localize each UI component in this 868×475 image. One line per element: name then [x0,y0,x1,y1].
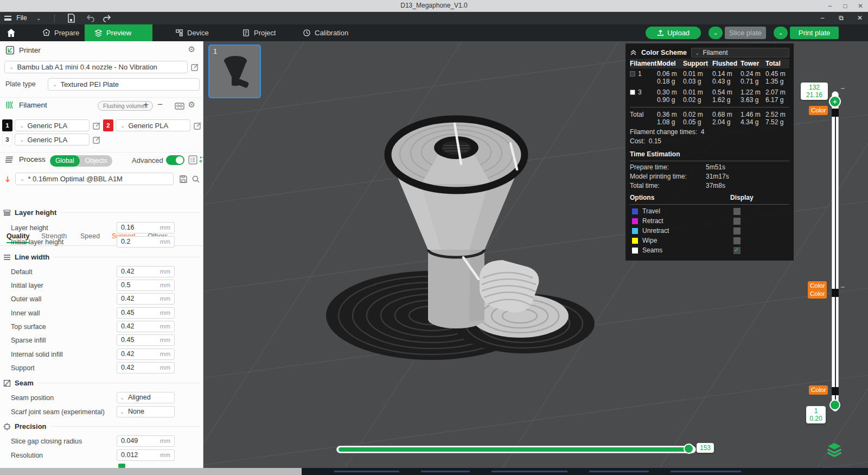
slice-gap-closing-input[interactable]: 0.049mm [117,435,175,447]
unretract-display-checkbox[interactable] [733,227,741,235]
layer-height-input[interactable]: 0.16mm [117,222,175,233]
add-color-change-button[interactable]: + [829,96,841,107]
layer-slider-bottom-handle[interactable] [829,400,840,410]
color-change-badge[interactable]: Color [809,106,828,115]
undo-button[interactable] [86,14,95,23]
filament-3-edit-icon[interactable] [93,136,101,144]
model-printing-time: Model printing time:31m17s [630,172,789,181]
filament-1-select[interactable]: ⌄ Generic PLA [15,119,90,131]
line-width-support-input[interactable]: 0.42mm [117,362,175,373]
os-close-button[interactable]: ✕ [853,0,868,12]
save-preset-icon[interactable] [179,175,188,183]
option-seams: Seams [630,245,789,255]
print-plate-button[interactable]: Print plate [790,27,839,39]
chevron-down-icon: ⌄ [53,81,57,87]
ams-icon[interactable] [175,102,184,110]
filament-1-edit-icon[interactable] [93,122,101,130]
redo-button[interactable] [102,14,112,23]
seam-position-select[interactable]: ⌄Aligned [117,392,175,403]
printer-section-header: Printer [5,46,41,55]
os-maximize-button[interactable]: □ [838,0,853,12]
tab-calibration[interactable]: Calibration [293,24,358,41]
collapse-panel-icon[interactable] [630,49,637,56]
scarf-joint-seam-select[interactable]: ⌄None [117,406,175,417]
line-width-outer-wall-input[interactable]: 0.42mm [117,293,175,305]
filament-1-swatch[interactable]: 1 [2,119,12,131]
line-width-initial-input[interactable]: 0.5mm [117,280,175,291]
initial-layer-height-input[interactable]: 0.2mm [117,236,175,248]
tab-device-label: Device [187,29,209,37]
slice-dropdown-button[interactable]: ⌄ [709,27,723,39]
line-width-sparse-infill-input[interactable]: 0.45mm [117,334,175,346]
seams-display-checkbox[interactable] [733,247,741,254]
wipe-display-checkbox[interactable] [733,237,741,244]
advanced-toggle[interactable] [166,155,184,165]
color-change-badge-double[interactable]: ColorColor [808,281,827,299]
filament-3-color-swatch [630,90,635,95]
stats-row-filament-3: 3 0.30 m0.90 g 0.01 m0.02 g 0.54 m1.62 g… [630,87,789,105]
param-label: Top surface [11,323,46,331]
home-button[interactable] [0,24,22,41]
printer-settings-gear-icon[interactable]: ⚙ [188,45,195,54]
app-minimize-button[interactable]: – [814,12,831,24]
scope-global-segment[interactable]: Global [50,155,80,167]
color-scheme-select[interactable]: ⌄ Filament [691,48,789,58]
add-filament-button[interactable]: + [143,99,149,110]
tab-project[interactable]: Project [232,24,285,41]
search-icon[interactable] [192,175,200,183]
flushing-volumes-label: Flushing volumes [103,103,148,109]
view-list-icon[interactable] [188,155,197,164]
filament-settings-gear-icon[interactable]: ⚙ [188,100,195,110]
tab-preview-label: Preview [106,29,131,37]
plate-thumbnail[interactable]: 1 [208,45,261,98]
layers-view-button[interactable] [826,442,843,458]
retract-display-checkbox[interactable] [733,218,741,225]
options-display-header: OptionsDisplay [630,193,789,202]
main-menu-button[interactable]: File ⌄ [4,12,41,24]
hamburger-icon [4,16,11,21]
filament-2-swatch[interactable]: 2 [103,119,113,131]
process-scope-toggle[interactable]: Global Objects [50,155,112,167]
plate-type-select[interactable]: ⌄ Textured PEI Plate [48,78,200,91]
line-width-default-input[interactable]: 0.42mm [117,266,175,277]
filament-3-value: Generic PLA [27,136,67,144]
travel-display-checkbox[interactable] [733,208,741,215]
tab-speed[interactable]: Speed [80,232,100,240]
line-width-top-surface-input[interactable]: 0.42mm [117,321,175,332]
remove-filament-button[interactable]: − [157,99,163,110]
line-width-inner-wall-input[interactable]: 0.45mm [117,307,175,319]
color-change-marker[interactable] [832,387,839,395]
resolution-input[interactable]: 0.012mm [117,449,175,461]
color-change-badge-low[interactable]: Color [809,385,828,395]
process-preset-select[interactable]: ⌄ * 0.16mm Optimal @BBL A1M [15,173,174,185]
total-time: Total time:37m8s [630,181,789,191]
filament-2-select[interactable]: ⌄ Generic PLA [116,119,190,131]
preview-3d-viewport[interactable]: 1 Color Scheme ⌄ Filament FilamentModelS… [204,41,868,468]
color-change-marker[interactable] [832,289,839,297]
checkbox-partial[interactable] [118,464,125,468]
tab-preview[interactable]: Preview [85,24,152,41]
line-width-internal-solid-input[interactable]: 0.42mm [117,349,175,360]
filament-2-edit-icon[interactable] [194,122,202,130]
os-minimize-button[interactable]: – [822,0,838,12]
slice-plate-button[interactable]: Slice plate [725,27,766,39]
move-slider-handle[interactable] [684,444,694,454]
save-project-button[interactable] [66,14,76,23]
scope-objects-segment[interactable]: Objects [80,155,113,167]
printer-select[interactable]: ⌄ Bambu Lab A1 mini 0.4 nozzle - No Vibr… [4,61,188,73]
app-maximize-button[interactable]: ⧉ [833,12,850,24]
layer-height-section-header: Layer height [3,208,200,217]
print-dropdown-button[interactable]: ⌄ [774,27,788,39]
tab-project-label: Project [254,29,276,37]
tab-prepare[interactable]: Prepare [33,24,89,41]
filament-3-select[interactable]: ⌄ Generic PLA [15,134,90,145]
chevron-down-icon: ⌄ [36,15,41,21]
printer-edit-icon[interactable] [191,63,199,71]
filament-3-swatch[interactable]: 3 [2,134,12,145]
horizontal-scrollbar[interactable] [0,468,302,475]
layer-slider-top-handle[interactable] [832,109,839,117]
tab-device[interactable]: Device [165,24,219,41]
move-slider-tooltip: 153 [697,443,714,453]
upload-button[interactable]: Upload [646,27,701,39]
app-close-button[interactable]: ✕ [852,12,868,24]
